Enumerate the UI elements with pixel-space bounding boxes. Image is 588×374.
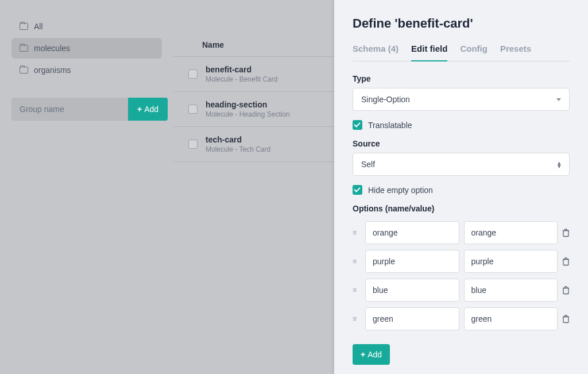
option-value-input[interactable] xyxy=(464,279,558,302)
row-title: benefit-card xyxy=(206,65,277,74)
define-panel: Define 'benefit-card' Schema (4)Edit fie… xyxy=(334,0,588,374)
add-option-label: Add xyxy=(368,350,382,359)
trash-icon[interactable] xyxy=(562,229,570,237)
options-label: Options (name/value) xyxy=(353,204,570,213)
option-row: ≡ xyxy=(353,250,570,273)
translatable-checkbox-row[interactable]: Translatable xyxy=(353,120,570,130)
sidebar-item-label: All xyxy=(34,22,43,31)
translatable-label: Translatable xyxy=(368,121,412,130)
option-name-input[interactable] xyxy=(365,221,459,244)
updown-icon: ▴▾ xyxy=(558,161,561,168)
tab-config[interactable]: Config xyxy=(460,44,487,61)
type-label: Type xyxy=(353,74,570,83)
option-name-input[interactable] xyxy=(365,279,459,302)
folder-icon xyxy=(20,45,28,52)
row-checkbox[interactable] xyxy=(188,105,198,114)
option-value-input[interactable] xyxy=(464,221,558,244)
drag-handle-icon[interactable]: ≡ xyxy=(353,257,361,265)
drag-handle-icon[interactable]: ≡ xyxy=(353,286,361,294)
trash-icon[interactable] xyxy=(562,315,570,323)
add-group-label: Add xyxy=(144,105,158,114)
option-name-input[interactable] xyxy=(365,250,459,273)
option-value-input[interactable] xyxy=(464,307,558,330)
source-value: Self xyxy=(361,160,375,169)
trash-icon[interactable] xyxy=(562,286,570,295)
check-icon xyxy=(353,120,362,130)
drag-handle-icon[interactable]: ≡ xyxy=(353,229,361,237)
plus-icon: + xyxy=(361,350,365,359)
type-value: Single-Option xyxy=(361,95,410,104)
row-title: tech-card xyxy=(206,135,270,144)
folder-icon xyxy=(20,67,28,74)
table-header-name: Name xyxy=(173,33,334,57)
add-option-button[interactable]: + Add xyxy=(353,344,390,365)
table-row[interactable]: heading-sectionMolecule - Heading Sectio… xyxy=(173,92,334,127)
option-name-input[interactable] xyxy=(365,307,459,330)
row-subtitle: Molecule - Benefit Card xyxy=(206,75,277,83)
row-checkbox[interactable] xyxy=(188,70,198,79)
row-checkbox[interactable] xyxy=(188,140,198,149)
option-row: ≡ xyxy=(353,221,570,244)
plus-icon: + xyxy=(137,105,142,114)
folder-icon xyxy=(20,23,28,30)
panel-tabs: Schema (4)Edit fieldConfigPresets xyxy=(353,44,570,61)
tab-schema-4-[interactable]: Schema (4) xyxy=(353,44,399,61)
sidebar-item-molecules[interactable]: molecules xyxy=(11,38,162,59)
sidebar-item-all[interactable]: All xyxy=(11,16,162,37)
group-input-row: + Add xyxy=(11,98,162,121)
hide-empty-checkbox-row[interactable]: Hide empty option xyxy=(353,185,570,195)
chevron-down-icon xyxy=(556,98,561,101)
trash-icon[interactable] xyxy=(562,257,570,266)
sidebar-item-organisms[interactable]: organisms xyxy=(11,60,162,80)
component-table: Name benefit-cardMolecule - Benefit Card… xyxy=(173,0,334,374)
row-subtitle: Molecule - Heading Section xyxy=(206,110,290,118)
check-icon xyxy=(353,185,362,195)
source-label: Source xyxy=(353,139,570,148)
row-subtitle: Molecule - Tech Card xyxy=(206,145,270,153)
tab-presets[interactable]: Presets xyxy=(500,44,531,61)
sidebar-item-label: molecules xyxy=(34,44,70,53)
table-row[interactable]: tech-cardMolecule - Tech Card xyxy=(173,127,334,162)
tab-edit-field[interactable]: Edit field xyxy=(411,44,447,61)
source-select[interactable]: Self ▴▾ xyxy=(353,153,570,176)
type-select[interactable]: Single-Option xyxy=(353,88,570,111)
row-title: heading-section xyxy=(206,100,290,109)
hide-empty-label: Hide empty option xyxy=(368,186,433,195)
group-name-input[interactable] xyxy=(11,98,128,121)
sidebar-item-label: organisms xyxy=(34,65,71,75)
option-value-input[interactable] xyxy=(464,250,558,273)
option-row: ≡ xyxy=(353,307,570,330)
drag-handle-icon[interactable]: ≡ xyxy=(353,315,361,323)
sidebar: Allmoleculesorganisms + Add xyxy=(0,0,173,374)
table-row[interactable]: benefit-cardMolecule - Benefit Card xyxy=(173,57,334,92)
option-row: ≡ xyxy=(353,279,570,302)
panel-title: Define 'benefit-card' xyxy=(353,16,570,31)
add-group-button[interactable]: + Add xyxy=(128,98,168,121)
